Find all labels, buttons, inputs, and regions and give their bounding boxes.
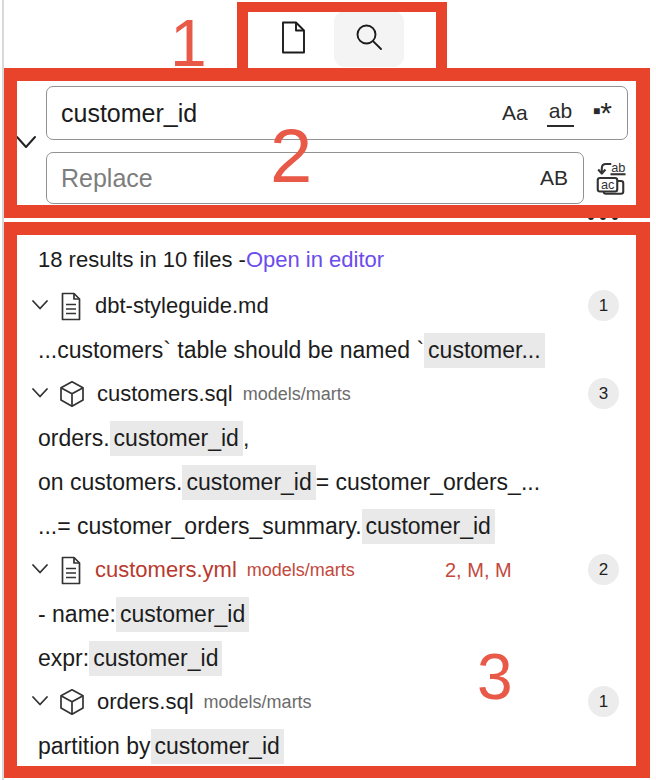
new-file-icon xyxy=(279,21,306,58)
results-list: dbt-styleguide.md1...customers` table sh… xyxy=(17,284,637,768)
file-icon xyxy=(59,292,83,321)
results-summary: 18 results in 10 files - Open in editor xyxy=(17,236,637,284)
match-highlight: customer_id xyxy=(182,465,315,500)
match-result-row[interactable]: orders.customer_id, xyxy=(17,416,637,460)
match-result-row[interactable]: partition by customer_id xyxy=(17,724,637,768)
match-highlight: customer_id xyxy=(151,729,284,764)
file-name: orders.sql xyxy=(97,689,194,715)
panel-left-border xyxy=(2,0,4,780)
svg-text:ac: ac xyxy=(601,177,615,192)
match-result-row[interactable]: on customers.customer_id = customer_orde… xyxy=(17,460,637,504)
chevron-down-icon[interactable] xyxy=(31,297,59,315)
search-options: Aa ab ■* xyxy=(502,96,627,130)
open-in-editor-link[interactable]: Open in editor xyxy=(246,247,384,273)
file-path: models/marts xyxy=(243,384,351,405)
search-icon xyxy=(355,23,383,55)
match-count-badge: 1 xyxy=(588,686,619,717)
search-input[interactable] xyxy=(47,99,502,128)
tab-search[interactable] xyxy=(334,11,404,67)
replace-all-button[interactable]: ab ac xyxy=(594,159,630,197)
chevron-down-icon xyxy=(15,136,37,153)
file-result-row[interactable]: customers.sqlmodels/marts3 xyxy=(17,372,637,416)
file-name: customers.sql xyxy=(97,381,233,407)
chevron-down-icon[interactable] xyxy=(31,385,59,403)
file-result-row[interactable]: customers.ymlmodels/marts2, M, M2 xyxy=(17,548,637,592)
git-problem-decoration: 2, M, M xyxy=(445,559,512,582)
chevron-down-icon[interactable] xyxy=(31,693,59,711)
search-input-box: Aa ab ■* xyxy=(46,86,628,140)
file-icon xyxy=(59,556,83,585)
match-highlight: customer... xyxy=(424,333,544,368)
match-case-toggle[interactable]: Aa xyxy=(502,101,528,125)
match-count-badge: 2 xyxy=(588,554,619,585)
regex-star-glyph: * xyxy=(600,96,612,129)
match-pre-text: partition by xyxy=(38,733,151,760)
annotation-number-1: 1 xyxy=(170,10,207,76)
file-name: customers.yml xyxy=(95,557,237,583)
replace-input[interactable] xyxy=(47,164,540,193)
more-actions-icon[interactable] xyxy=(588,214,618,220)
replace-options: AB xyxy=(540,166,583,190)
file-result-row[interactable]: dbt-styleguide.md1 xyxy=(17,284,637,328)
file-path: models/marts xyxy=(204,692,312,713)
preserve-case-toggle[interactable]: AB xyxy=(540,166,568,190)
match-result-row[interactable]: - name: customer_id xyxy=(17,592,637,636)
match-result-row[interactable]: ...customers` table should be named `cus… xyxy=(17,328,637,372)
toggle-replace-button[interactable] xyxy=(15,135,37,154)
search-sidebar: Aa ab ■* AB ab ac 18 results in 10 fil xyxy=(0,0,656,780)
match-count-badge: 3 xyxy=(588,378,619,409)
match-pre-text: - name: xyxy=(38,601,116,628)
panel-tabs xyxy=(250,10,404,68)
svg-text:ab: ab xyxy=(611,160,625,175)
match-count-badge: 1 xyxy=(588,290,619,321)
regex-toggle[interactable]: ■* xyxy=(593,96,612,130)
replace-all-icon: ab ac xyxy=(594,183,630,200)
match-pre-text: on customers. xyxy=(38,469,182,496)
whole-word-toggle[interactable]: ab xyxy=(547,99,574,127)
cube-icon xyxy=(59,688,85,716)
match-highlight: customer_id xyxy=(116,597,249,632)
tab-new-file[interactable] xyxy=(250,10,334,68)
match-highlight: customer_id xyxy=(110,421,243,456)
match-pre-text: orders. xyxy=(38,425,110,452)
match-result-row[interactable]: ...= customer_orders_summary.customer_id xyxy=(17,504,637,548)
chevron-down-icon[interactable] xyxy=(31,561,59,579)
match-highlight: customer_id xyxy=(89,641,222,676)
replace-input-box: AB xyxy=(46,152,584,204)
match-post-text: , xyxy=(243,425,249,452)
match-highlight: customer_id xyxy=(362,509,495,544)
file-path: models/marts xyxy=(247,560,355,581)
search-results: 18 results in 10 files - Open in editor … xyxy=(17,236,637,768)
file-name: dbt-styleguide.md xyxy=(95,293,269,319)
match-pre-text: expr: xyxy=(38,645,89,672)
cube-icon xyxy=(59,380,85,408)
file-result-row[interactable]: orders.sqlmodels/marts1 xyxy=(17,680,637,724)
match-post-text: = customer_orders_... xyxy=(316,469,540,496)
results-count-text: 18 results in 10 files - xyxy=(38,247,246,273)
match-pre-text: ...customers` table should be named ` xyxy=(38,337,424,364)
match-pre-text: ...= customer_orders_summary. xyxy=(38,513,362,540)
match-result-row[interactable]: expr: customer_id xyxy=(17,636,637,680)
